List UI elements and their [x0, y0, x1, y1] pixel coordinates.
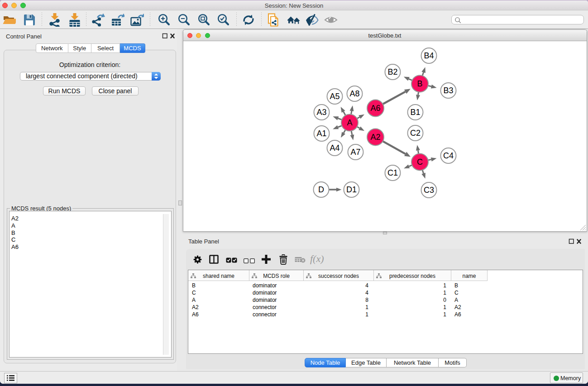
svg-text:C: C — [417, 157, 423, 167]
svg-text:A3: A3 — [316, 108, 326, 117]
svg-text:A: A — [347, 118, 352, 127]
svg-text:A7: A7 — [350, 148, 360, 157]
svg-text:C3: C3 — [423, 186, 434, 195]
svg-text:B: B — [417, 79, 422, 88]
svg-text:B1: B1 — [410, 108, 420, 117]
svg-text:A6: A6 — [370, 104, 380, 113]
svg-text:B4: B4 — [424, 51, 434, 60]
svg-text:D1: D1 — [346, 185, 356, 194]
svg-text:A2: A2 — [370, 133, 380, 142]
svg-text:D: D — [318, 185, 324, 194]
svg-text:C4: C4 — [443, 151, 453, 160]
svg-text:B3: B3 — [443, 86, 453, 95]
svg-text:A5: A5 — [330, 92, 339, 101]
svg-text:C1: C1 — [387, 168, 397, 177]
svg-text:A4: A4 — [330, 143, 339, 152]
svg-text:A8: A8 — [349, 89, 359, 98]
svg-text:C2: C2 — [410, 129, 420, 138]
svg-text:A1: A1 — [316, 129, 326, 138]
svg-text:B2: B2 — [387, 67, 397, 76]
